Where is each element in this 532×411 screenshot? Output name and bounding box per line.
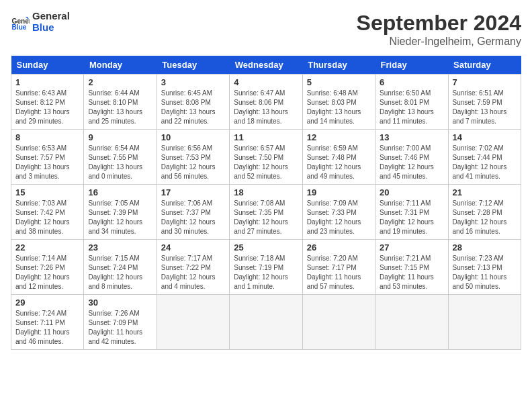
day-number: 5 xyxy=(307,77,371,87)
day-number: 23 xyxy=(88,242,152,253)
day-info: Sunrise: 7:06 AMSunset: 7:37 PMDaylight:… xyxy=(161,199,225,236)
calendar-day-cell: 13 Sunrise: 7:00 AMSunset: 7:46 PMDaylig… xyxy=(375,130,448,185)
day-info: Sunrise: 7:20 AMSunset: 7:17 PMDaylight:… xyxy=(307,254,371,291)
day-info: Sunrise: 6:47 AMSunset: 8:06 PMDaylight:… xyxy=(234,89,298,126)
day-info: Sunrise: 6:48 AMSunset: 8:03 PMDaylight:… xyxy=(307,89,371,126)
calendar-day-cell: 14 Sunrise: 7:02 AMSunset: 7:44 PMDaylig… xyxy=(448,130,521,185)
day-info: Sunrise: 7:21 AMSunset: 7:15 PMDaylight:… xyxy=(380,254,443,291)
day-info: Sunrise: 7:18 AMSunset: 7:19 PMDaylight:… xyxy=(234,254,298,291)
day-info: Sunrise: 7:23 AMSunset: 7:13 PMDaylight:… xyxy=(453,254,517,291)
calendar-day-cell: 27 Sunrise: 7:21 AMSunset: 7:15 PMDaylig… xyxy=(375,240,448,295)
col-sunday: Sunday xyxy=(11,56,84,75)
day-info: Sunrise: 6:51 AMSunset: 7:59 PMDaylight:… xyxy=(453,89,517,126)
logo-general: General xyxy=(32,11,70,22)
day-number: 1 xyxy=(15,77,79,87)
calendar-week-row: 1 Sunrise: 6:43 AMSunset: 8:12 PMDayligh… xyxy=(11,75,521,130)
calendar-header-row: Sunday Monday Tuesday Wednesday Thursday… xyxy=(11,56,521,75)
day-number: 19 xyxy=(307,187,371,197)
calendar-day-cell: 18 Sunrise: 7:08 AMSunset: 7:35 PMDaylig… xyxy=(230,185,302,240)
day-number: 17 xyxy=(161,187,225,197)
day-info: Sunrise: 6:53 AMSunset: 7:57 PMDaylight:… xyxy=(15,144,79,181)
calendar-day-cell: 24 Sunrise: 7:17 AMSunset: 7:22 PMDaylig… xyxy=(157,240,229,295)
col-tuesday: Tuesday xyxy=(157,56,229,75)
day-info: Sunrise: 6:43 AMSunset: 8:12 PMDaylight:… xyxy=(15,89,79,126)
calendar-day-cell: 25 Sunrise: 7:18 AMSunset: 7:19 PMDaylig… xyxy=(230,240,302,295)
day-info: Sunrise: 7:05 AMSunset: 7:39 PMDaylight:… xyxy=(88,199,152,236)
day-number: 6 xyxy=(380,77,443,87)
calendar-day-cell xyxy=(448,295,521,350)
calendar-day-cell: 2 Sunrise: 6:44 AMSunset: 8:10 PMDayligh… xyxy=(84,75,157,130)
day-info: Sunrise: 7:11 AMSunset: 7:31 PMDaylight:… xyxy=(380,199,443,236)
calendar-day-cell: 5 Sunrise: 6:48 AMSunset: 8:03 PMDayligh… xyxy=(302,75,375,130)
day-number: 14 xyxy=(453,132,517,142)
calendar-day-cell: 21 Sunrise: 7:12 AMSunset: 7:28 PMDaylig… xyxy=(448,185,521,240)
calendar-week-row: 8 Sunrise: 6:53 AMSunset: 7:57 PMDayligh… xyxy=(11,130,521,185)
day-info: Sunrise: 6:45 AMSunset: 8:08 PMDaylight:… xyxy=(161,89,225,126)
calendar-day-cell: 17 Sunrise: 7:06 AMSunset: 7:37 PMDaylig… xyxy=(157,185,229,240)
day-number: 26 xyxy=(307,242,371,253)
day-info: Sunrise: 6:44 AMSunset: 8:10 PMDaylight:… xyxy=(88,89,152,126)
calendar-day-cell: 4 Sunrise: 6:47 AMSunset: 8:06 PMDayligh… xyxy=(230,75,302,130)
day-info: Sunrise: 7:24 AMSunset: 7:11 PMDaylight:… xyxy=(15,309,79,347)
day-number: 27 xyxy=(380,242,443,253)
day-info: Sunrise: 7:08 AMSunset: 7:35 PMDaylight:… xyxy=(234,199,298,236)
day-number: 11 xyxy=(234,132,298,142)
calendar-week-row: 15 Sunrise: 7:03 AMSunset: 7:42 PMDaylig… xyxy=(11,185,521,240)
calendar-day-cell: 26 Sunrise: 7:20 AMSunset: 7:17 PMDaylig… xyxy=(302,240,375,295)
calendar-day-cell xyxy=(375,295,448,350)
calendar-day-cell: 3 Sunrise: 6:45 AMSunset: 8:08 PMDayligh… xyxy=(157,75,229,130)
calendar-day-cell: 1 Sunrise: 6:43 AMSunset: 8:12 PMDayligh… xyxy=(11,75,84,130)
svg-text:Blue: Blue xyxy=(12,23,27,30)
day-info: Sunrise: 6:56 AMSunset: 7:53 PMDaylight:… xyxy=(161,144,225,181)
day-number: 30 xyxy=(88,298,152,308)
col-monday: Monday xyxy=(84,56,157,75)
day-number: 25 xyxy=(234,242,298,253)
day-number: 13 xyxy=(380,132,443,142)
calendar-day-cell: 23 Sunrise: 7:15 AMSunset: 7:24 PMDaylig… xyxy=(84,240,157,295)
calendar-day-cell: 29 Sunrise: 7:24 AMSunset: 7:11 PMDaylig… xyxy=(11,295,84,350)
logo-blue: Blue xyxy=(32,22,70,34)
day-number: 10 xyxy=(161,132,225,142)
day-number: 8 xyxy=(15,132,79,142)
day-info: Sunrise: 7:17 AMSunset: 7:22 PMDaylight:… xyxy=(161,254,225,291)
col-thursday: Thursday xyxy=(302,56,375,75)
day-number: 12 xyxy=(307,132,371,142)
calendar-title: September 2024 xyxy=(357,11,521,36)
calendar-day-cell: 16 Sunrise: 7:05 AMSunset: 7:39 PMDaylig… xyxy=(84,185,157,240)
logo-icon: General Blue xyxy=(11,13,30,32)
day-info: Sunrise: 7:03 AMSunset: 7:42 PMDaylight:… xyxy=(15,199,79,236)
day-info: Sunrise: 6:50 AMSunset: 8:01 PMDaylight:… xyxy=(380,89,443,126)
day-number: 7 xyxy=(453,77,517,87)
calendar-day-cell: 19 Sunrise: 7:09 AMSunset: 7:33 PMDaylig… xyxy=(302,185,375,240)
calendar-day-cell xyxy=(230,295,302,350)
calendar-day-cell: 8 Sunrise: 6:53 AMSunset: 7:57 PMDayligh… xyxy=(11,130,84,185)
day-number: 15 xyxy=(15,187,79,197)
col-saturday: Saturday xyxy=(448,56,521,75)
day-number: 28 xyxy=(453,242,517,253)
day-number: 9 xyxy=(88,132,152,142)
day-number: 3 xyxy=(161,77,225,87)
calendar-day-cell xyxy=(302,295,375,350)
col-friday: Friday xyxy=(375,56,448,75)
calendar-day-cell: 7 Sunrise: 6:51 AMSunset: 7:59 PMDayligh… xyxy=(448,75,521,130)
calendar-body: 1 Sunrise: 6:43 AMSunset: 8:12 PMDayligh… xyxy=(11,75,521,350)
calendar-day-cell: 6 Sunrise: 6:50 AMSunset: 8:01 PMDayligh… xyxy=(375,75,448,130)
day-info: Sunrise: 7:02 AMSunset: 7:44 PMDaylight:… xyxy=(453,144,517,181)
calendar-day-cell xyxy=(157,295,229,350)
day-info: Sunrise: 6:59 AMSunset: 7:48 PMDaylight:… xyxy=(307,144,371,181)
calendar-day-cell: 30 Sunrise: 7:26 AMSunset: 7:09 PMDaylig… xyxy=(84,295,157,350)
day-number: 18 xyxy=(234,187,298,197)
day-info: Sunrise: 7:00 AMSunset: 7:46 PMDaylight:… xyxy=(380,144,443,181)
calendar-day-cell: 11 Sunrise: 6:57 AMSunset: 7:50 PMDaylig… xyxy=(230,130,302,185)
logo: General Blue General Blue xyxy=(11,11,70,33)
calendar-day-cell: 28 Sunrise: 7:23 AMSunset: 7:13 PMDaylig… xyxy=(448,240,521,295)
day-number: 20 xyxy=(380,187,443,197)
title-area: September 2024 Nieder-Ingelheim, Germany xyxy=(357,11,521,48)
day-info: Sunrise: 7:15 AMSunset: 7:24 PMDaylight:… xyxy=(88,254,152,291)
calendar-week-row: 22 Sunrise: 7:14 AMSunset: 7:26 PMDaylig… xyxy=(11,240,521,295)
day-info: Sunrise: 7:26 AMSunset: 7:09 PMDaylight:… xyxy=(88,309,152,347)
calendar-week-row: 29 Sunrise: 7:24 AMSunset: 7:11 PMDaylig… xyxy=(11,295,521,350)
calendar-day-cell: 10 Sunrise: 6:56 AMSunset: 7:53 PMDaylig… xyxy=(157,130,229,185)
day-number: 22 xyxy=(15,242,79,253)
calendar-day-cell: 20 Sunrise: 7:11 AMSunset: 7:31 PMDaylig… xyxy=(375,185,448,240)
